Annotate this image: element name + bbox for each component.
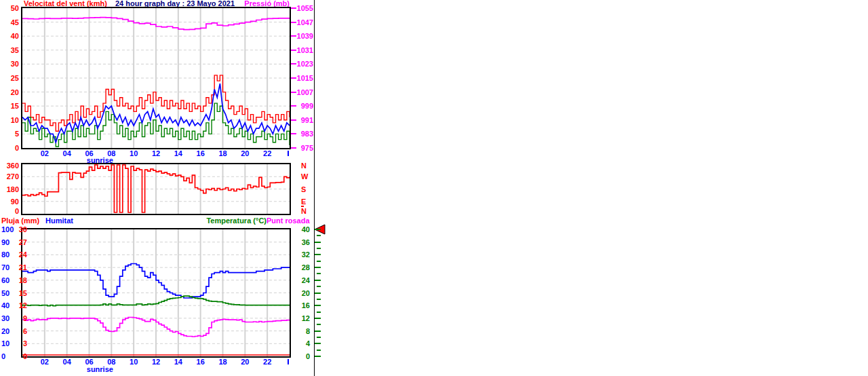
temperature-axis-tick-label: 8 — [292, 328, 310, 335]
wind-speed-pressure-plot — [21, 7, 291, 149]
x-axis-tick-label: 16 — [193, 358, 208, 366]
temperature-axis-tick — [315, 356, 321, 357]
humidity-temperature-plot — [21, 228, 291, 358]
rain-axis-tick-label: 15 — [12, 290, 27, 297]
compass-label: S — [301, 186, 311, 193]
rain-axis-tick-label: 27 — [12, 239, 27, 246]
rain-axis-tick-label: 30 — [12, 226, 27, 233]
wind-axis-tick-label: 20 — [3, 89, 19, 96]
wind-axis-tick-label: 15 — [3, 102, 19, 110]
temperature-axis-tick-label: 12 — [292, 315, 310, 322]
temperature-axis-tick-label: 40 — [292, 226, 310, 233]
temperature-axis-minor-tick — [317, 248, 321, 249]
pressure-axis-tick — [291, 7, 296, 9]
rain-axis-tick-label: 12 — [12, 302, 27, 309]
x-axis-tick-label: 22 — [260, 358, 275, 366]
temperature-axis-tick — [315, 267, 321, 268]
wind-axis-tick-label: 25 — [3, 75, 19, 82]
x-axis-tick-label: 18 — [216, 358, 231, 366]
compass-label: N — [301, 162, 311, 170]
direction-axis-tick-label: 90 — [3, 198, 19, 206]
pressure-axis-tick — [291, 119, 296, 121]
temperature-axis-tick — [315, 293, 321, 294]
sunrise-annotation: sunrise — [87, 366, 113, 373]
compass-label: N — [301, 208, 311, 215]
wind-axis-tick-label: 45 — [3, 19, 19, 26]
rain-axis-tick-label: 0 — [12, 353, 27, 360]
temperature-axis-tick — [315, 331, 321, 332]
temperature-axis-tick-label: 24 — [292, 277, 310, 284]
direction-axis-tick-label: 180 — [3, 186, 19, 193]
x-axis-tick-label: 04 — [60, 150, 75, 157]
compass-label: W — [301, 173, 311, 181]
rain-axis-tick-label: 9 — [12, 315, 27, 322]
temperature-axis-tick — [315, 229, 321, 230]
x-axis-tick-label: 14 — [171, 358, 186, 366]
temperature-axis-minor-tick — [317, 312, 321, 313]
x-axis-tick-label: 14 — [171, 150, 186, 157]
pressure-axis-tick — [291, 22, 296, 23]
pressure-axis-tick — [291, 147, 296, 149]
x-axis-tick-label: 12 — [149, 358, 163, 366]
wind-axis-tick-label: 50 — [3, 5, 19, 12]
weather-station-24h-graphs: Velocitat del vent (kmh) 24 hour graph d… — [0, 0, 868, 376]
rain-axis-tick-label: 21 — [12, 264, 27, 271]
temperature-axis-minor-tick — [317, 273, 321, 274]
wind-axis-tick-label: 40 — [3, 33, 19, 40]
temperature-axis-tick — [315, 318, 321, 319]
temperature-axis-title: Temperatura (°C) — [0, 217, 267, 225]
x-axis-tick-label: 22 — [260, 150, 275, 157]
temperature-axis-minor-tick — [317, 299, 321, 300]
wind-axis-tick-label: 35 — [3, 47, 19, 54]
rain-axis-tick-label: 18 — [12, 277, 27, 284]
wind-axis-tick-label: 10 — [3, 117, 19, 124]
pressure-axis-tick — [291, 35, 296, 37]
temperature-axis-tick-label: 0 — [292, 353, 310, 360]
temperature-axis-tick — [315, 254, 321, 255]
x-axis-tick-label: 20 — [237, 358, 252, 366]
pressure-axis-tick — [291, 105, 296, 107]
x-axis-tick-label: 20 — [237, 150, 252, 157]
wind-axis-tick-label: 5 — [3, 130, 19, 138]
wind-axis-tick-label: 30 — [3, 60, 19, 68]
x-axis-tick-label: 08 — [104, 150, 119, 157]
x-axis-tick-label: 16 — [193, 150, 208, 157]
x-axis-tick-label: 04 — [60, 358, 75, 366]
pressure-axis-tick — [291, 50, 296, 51]
temperature-axis-tick — [315, 242, 321, 243]
temperature-axis-minor-tick — [317, 286, 321, 287]
x-axis-end-tick — [288, 359, 289, 364]
temperature-axis-minor-tick — [317, 261, 321, 262]
temperature-axis-tick — [315, 343, 321, 344]
x-axis-tick-label: 10 — [126, 358, 141, 366]
compass-label: E — [301, 198, 311, 206]
x-axis-tick-label: 08 — [104, 358, 119, 366]
wind-axis-tick-label: 0 — [3, 145, 19, 152]
temperature-axis-minor-tick — [317, 350, 321, 351]
temperature-axis-tick-label: 20 — [292, 290, 310, 297]
temperature-axis-tick-label: 28 — [292, 264, 310, 271]
dewpoint-axis-title: Punt rosada — [267, 217, 310, 225]
temperature-axis-tick-label: 16 — [292, 302, 310, 309]
temperature-axis-minor-tick — [317, 337, 321, 338]
x-axis-tick-label: 02 — [37, 358, 52, 366]
x-axis-tick-label: 02 — [37, 150, 52, 157]
temperature-axis-tick — [315, 305, 321, 306]
direction-axis-tick-label: 0 — [3, 208, 19, 215]
temperature-axis-minor-tick — [317, 235, 321, 236]
x-axis-tick-label: 06 — [82, 150, 97, 157]
x-axis-tick-label: 12 — [149, 150, 163, 157]
rain-axis-tick-label: 24 — [12, 251, 27, 259]
wind-direction-plot — [21, 163, 291, 215]
direction-axis-tick-label: 270 — [3, 173, 19, 181]
x-axis-tick-label: 06 — [82, 358, 97, 366]
x-axis-tick-label: 10 — [126, 150, 141, 157]
pressure-axis-tick — [291, 77, 296, 79]
direction-axis-tick-label: 360 — [3, 162, 19, 170]
pressure-axis-tick — [291, 63, 296, 64]
temperature-axis-minor-tick — [317, 324, 321, 325]
right-divider-line — [314, 0, 315, 376]
temperature-axis-tick — [315, 280, 321, 281]
temperature-axis-tick-label: 4 — [292, 340, 310, 347]
rain-axis-tick-label: 6 — [12, 328, 27, 335]
